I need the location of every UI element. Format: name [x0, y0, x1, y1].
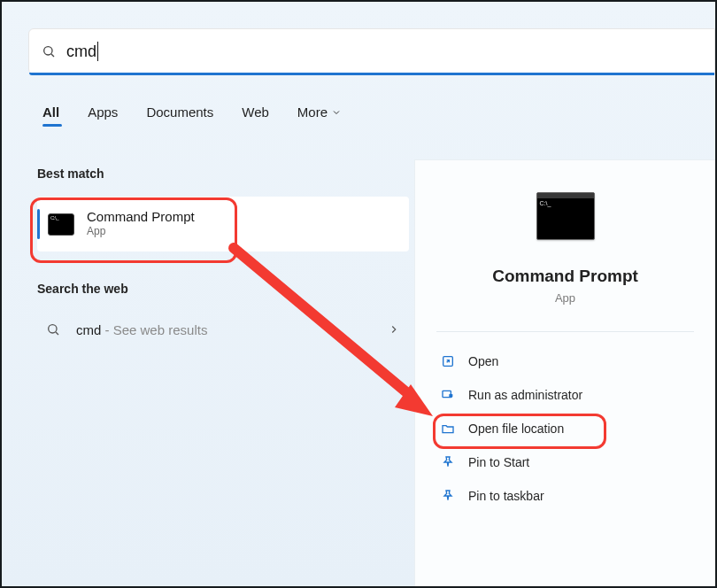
- active-tab-underline: [42, 124, 62, 127]
- section-search-web-label: Search the web: [37, 282, 409, 296]
- cmd-icon: [48, 213, 74, 236]
- action-pin-to-taskbar[interactable]: Pin to taskbar: [435, 479, 696, 513]
- svg-point-2: [49, 325, 57, 333]
- filter-tab-apps[interactable]: Apps: [88, 104, 118, 120]
- web-result-text: cmd - See web results: [76, 322, 207, 337]
- search-box[interactable]: cmd: [28, 28, 715, 74]
- section-best-match-label: Best match: [37, 166, 409, 181]
- pin-icon: [440, 455, 456, 469]
- results-column: Best match Command Prompt App Search the…: [37, 166, 409, 347]
- start-search-window: cmd All Apps Documents Web More Best mat…: [0, 0, 717, 588]
- chevron-right-icon: [388, 323, 400, 336]
- filter-tab-more[interactable]: More: [297, 104, 342, 120]
- action-open[interactable]: Open: [435, 344, 696, 378]
- action-open-file-location[interactable]: Open file location: [435, 412, 696, 445]
- filter-tab-all[interactable]: All: [42, 104, 59, 120]
- pin-icon: [440, 489, 456, 503]
- svg-line-1: [51, 54, 54, 57]
- folder-icon: [440, 422, 456, 436]
- divider: [436, 331, 694, 332]
- svg-point-0: [44, 47, 52, 55]
- filter-tab-documents[interactable]: Documents: [146, 104, 213, 120]
- text-cursor: [97, 42, 98, 61]
- cmd-large-icon: [536, 192, 595, 240]
- result-subtitle: App: [87, 225, 195, 239]
- action-run-as-administrator[interactable]: Run as administrator: [435, 378, 696, 412]
- search-input-value[interactable]: cmd: [66, 43, 96, 61]
- search-icon: [42, 44, 56, 58]
- pane-subtitle: App: [415, 291, 715, 305]
- shield-admin-icon: [440, 388, 456, 402]
- actions-list: Open Run as administrator Open file loca…: [435, 344, 696, 513]
- chevron-down-icon: [331, 107, 342, 118]
- web-result-row[interactable]: cmd - See web results: [37, 312, 409, 347]
- result-title: Command Prompt: [87, 209, 195, 225]
- open-icon: [440, 354, 456, 368]
- pane-title: Command Prompt: [415, 267, 715, 286]
- action-pin-to-start[interactable]: Pin to Start: [435, 445, 696, 479]
- filter-tab-web[interactable]: Web: [242, 104, 269, 120]
- result-command-prompt[interactable]: Command Prompt App: [37, 197, 409, 251]
- filter-tabs: All Apps Documents Web More: [42, 104, 342, 120]
- svg-line-3: [56, 332, 58, 335]
- search-icon: [46, 322, 60, 337]
- details-pane: Command Prompt App Open Run as administr…: [414, 159, 715, 586]
